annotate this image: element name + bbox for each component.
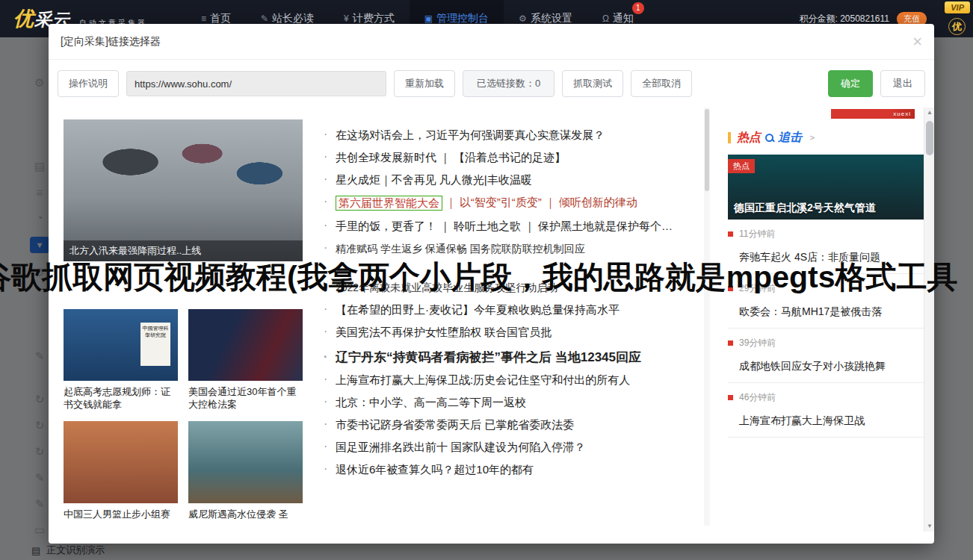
- selected-link[interactable]: 第六届世界智能大会: [336, 196, 442, 211]
- hot-title-left: 热点: [737, 130, 761, 146]
- embedded-webpage: xuexi 北方入汛来最强降雨过程..上线 中國管理科學研究院 起底高考志愿规划…: [64, 108, 924, 532]
- headline-link[interactable]: 辽宁丹东“持黄码者看病被拦”事件之后 当地12345回应: [336, 351, 641, 364]
- bullet-icon: ·: [324, 351, 336, 363]
- hot-lead-caption[interactable]: 德国正重启北溪2号天然气管道: [734, 202, 876, 215]
- hot-item-link[interactable]: 欧委会：马航MH17是被俄击落: [728, 305, 924, 318]
- headline-row[interactable]: ·在这场对话会上，习近平为何强调要真心实意谋发展？: [324, 128, 710, 142]
- headline-link[interactable]: 上海宣布打赢大上海保卫战:历史会记住坚守和付出的所有人: [336, 373, 630, 387]
- headline-link[interactable]: 北京：中小学、高一高二等下周一返校: [336, 396, 526, 409]
- notification-badge: 1: [632, 2, 644, 14]
- hot-item[interactable]: 39分钟前 成都地铁回应女子对小孩跳艳舞: [728, 329, 924, 383]
- more-arrow-icon[interactable]: ＞: [808, 131, 817, 144]
- exit-button[interactable]: 退出: [880, 70, 925, 97]
- headline-row[interactable]: ·辽宁丹东“持黄码者看病被拦”事件之后 当地12345回应: [324, 351, 710, 364]
- bullet-icon: ·: [324, 463, 336, 475]
- grab-test-button[interactable]: 抓取测试: [562, 70, 623, 97]
- bullet-icon: ·: [324, 128, 336, 140]
- magnifier-icon: [765, 134, 773, 142]
- headline-link[interactable]: 手里的饭，更香了！ ｜ 聆听土地之歌 ｜ 保护黑土地就是保护每个…: [336, 220, 673, 233]
- credit-balance: 积分金额: 2050821611: [799, 13, 889, 25]
- institute-photo[interactable]: 中國管理科學研究院: [64, 309, 178, 381]
- news-photo-card[interactable]: 美国会通过近30年首个重大控枪法案: [188, 309, 303, 411]
- bullet-icon: ·: [324, 441, 336, 452]
- headline-link[interactable]: 在这场对话会上，习近平为何强调要真心实意谋发展？: [336, 128, 605, 142]
- bullet-icon: ·: [324, 418, 336, 430]
- hot-item-link[interactable]: 成都地铁回应女子对小孩跳艳舞: [728, 359, 924, 373]
- headline-link[interactable]: 退休近6年被查算久吗？超过10年的都有: [336, 463, 534, 476]
- news-photo-card[interactable]: 中國管理科學研究院 起底高考志愿规划师：证书交钱就能拿: [64, 309, 178, 411]
- url-input[interactable]: [126, 71, 386, 96]
- reload-button[interactable]: 重新加载: [394, 70, 455, 97]
- bullet-icon: ·: [324, 242, 336, 254]
- bullet-icon: ·: [324, 373, 336, 385]
- headline-link[interactable]: ｜ 以“智变”引“质变” ｜ 倾听创新的律动: [445, 196, 637, 209]
- headline-row[interactable]: ·国足亚洲排名跌出前十 国家队建设为何陷入停滞？: [324, 441, 710, 454]
- venice-photo[interactable]: [188, 421, 303, 503]
- headline-link[interactable]: 精准赋码 学生返乡 保通保畅 国务院联防联控机制回应: [336, 242, 585, 255]
- cancel-all-button[interactable]: 全部取消: [631, 70, 692, 97]
- congress-photo[interactable]: [188, 309, 303, 381]
- vip-badge[interactable]: VIP: [945, 1, 970, 13]
- photo-caption[interactable]: 中国三人男篮止步小组赛: [64, 508, 178, 520]
- news-photo-card[interactable]: 威尼斯遇高水位侵袭 圣: [188, 421, 303, 520]
- selected-links-count[interactable]: 已选链接数：0: [463, 70, 555, 97]
- headline-row-selected[interactable]: · 第六届世界智能大会 ｜ 以“智变”引“质变” ｜ 倾听创新的律动: [324, 196, 710, 211]
- hot-lead-story[interactable]: 热点 德国正重启北溪2号天然气管道: [728, 155, 924, 220]
- page-scrollbar-thumb[interactable]: [705, 109, 709, 191]
- photo-caption[interactable]: 美国会通过近30年首个重大控枪法案: [188, 385, 303, 411]
- hot-item-time: 46分钟前: [728, 391, 924, 404]
- headline-link[interactable]: 国足亚洲排名跌出前十 国家队建设为何陷入停滞？: [336, 441, 585, 454]
- scroll-up-icon[interactable]: ▲: [924, 108, 935, 118]
- bullet-icon: ·: [324, 220, 336, 231]
- red-square-icon: [728, 395, 733, 400]
- console-icon: ▣: [424, 13, 433, 24]
- gear-icon: ⚙: [519, 13, 527, 24]
- scroll-down-icon[interactable]: ▼: [924, 521, 935, 532]
- close-icon[interactable]: ×: [912, 34, 922, 50]
- headline-row[interactable]: ·手里的饭，更香了！ ｜ 聆听土地之歌 ｜ 保护黑土地就是保护每个…: [324, 220, 710, 233]
- headline-row[interactable]: ·精准赋码 学生返乡 保通保畅 国务院联防联控机制回应: [324, 242, 710, 255]
- photo-column: 北方入汛来最强降雨过程..上线 中國管理科學研究院 起底高考志愿规划师：证书交钱…: [64, 108, 303, 520]
- hot-item[interactable]: 46分钟前 上海宣布打赢大上海保卫战: [728, 383, 924, 438]
- headline-row[interactable]: ·星火成炬｜不舍再见 凡人微光|丰收温暖: [324, 173, 710, 187]
- scrollbar-thumb[interactable]: [926, 121, 933, 155]
- news-photo-card[interactable]: 中国三人男篮止步小组赛: [64, 421, 178, 520]
- app-root: 优采云 自动文章采集器 ≡ 首页 ✎ 站长必读 ¥ 计费方式 ▣ 管理控制台 ⚙: [0, 0, 973, 560]
- hot-item-time: 39分钟前: [728, 337, 924, 349]
- hot-panel-header[interactable]: 热点 追击 ＞: [728, 130, 924, 146]
- hot-item-time: 11分钟前: [728, 228, 924, 240]
- hot-title-right: 追击: [778, 130, 802, 146]
- red-square-icon: [728, 340, 733, 346]
- account-avatar[interactable]: 优: [948, 18, 966, 35]
- headline-link[interactable]: 【在希望的田野上·麦收记】今年夏粮收购总量保持高水平: [336, 303, 620, 317]
- dialog-toolbar: 操作说明 重新加载 已选链接数：0 抓取测试 全部取消 确定 退出: [49, 60, 934, 106]
- home-icon: ≡: [201, 13, 206, 24]
- headline-row[interactable]: ·共创全球发展新时代 ｜ 【沿着总书记的足迹】: [324, 151, 710, 164]
- headline-link[interactable]: 市委书记跻身省委常委两天后 已掌舵省委政法委: [336, 418, 574, 432]
- headline-link[interactable]: 星火成炬｜不舍再见 凡人微光|丰收温暖: [336, 173, 532, 187]
- photo-caption[interactable]: 威尼斯遇高水位侵袭 圣: [188, 508, 303, 520]
- headline-row[interactable]: ·美国宪法不再保护女性堕胎权 联合国官员批: [324, 326, 710, 339]
- bullet-icon: ·: [324, 151, 336, 163]
- currency-icon: ¥: [344, 13, 349, 24]
- hot-item-link[interactable]: 上海宣布打赢大上海保卫战: [728, 414, 924, 427]
- confirm-button[interactable]: 确定: [828, 70, 873, 97]
- help-button[interactable]: 操作说明: [58, 70, 119, 97]
- headline-link[interactable]: 共创全球发展新时代 ｜ 【沿着总书记的足迹】: [336, 151, 566, 164]
- bullet-icon: ·: [324, 326, 336, 337]
- page-scrollbar[interactable]: [704, 108, 710, 526]
- photo-caption[interactable]: 起底高考志愿规划师：证书交钱就能拿: [64, 385, 178, 411]
- hot-badge: 热点: [728, 159, 755, 173]
- promo-banner[interactable]: xuexi: [831, 109, 915, 119]
- headline-row[interactable]: ·【在希望的田野上·麦收记】今年夏粮收购总量保持高水平: [324, 303, 710, 317]
- hero-photo[interactable]: 北方入汛来最强降雨过程..上线: [64, 119, 303, 261]
- headline-row[interactable]: ·退休近6年被查算久吗？超过10年的都有: [324, 463, 710, 476]
- accent-bar: [728, 132, 731, 143]
- placard-text: 中國管理科學研究院: [140, 323, 170, 366]
- headline-row[interactable]: ·北京：中小学、高一高二等下周一返校: [324, 396, 710, 409]
- headline-row[interactable]: ·市委书记跻身省委常委两天后 已掌舵省委政法委: [324, 418, 710, 432]
- basketball-photo[interactable]: [64, 421, 178, 503]
- modal-scrollbar[interactable]: ▲ ▼: [924, 108, 934, 532]
- headline-row[interactable]: ·上海宣布打赢大上海保卫战:历史会记住坚守和付出的所有人: [324, 373, 710, 387]
- headline-link[interactable]: 美国宪法不再保护女性堕胎权 联合国官员批: [336, 326, 552, 339]
